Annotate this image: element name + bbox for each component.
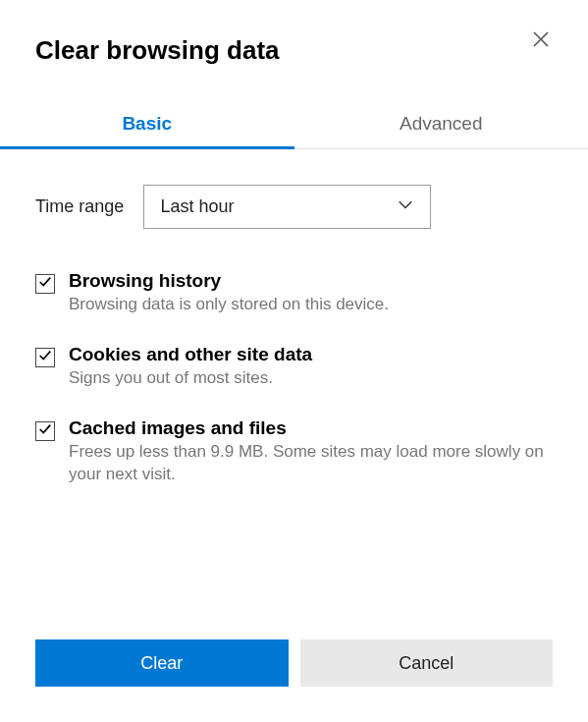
option-text: Browsing history Browsing data is only s… bbox=[69, 270, 553, 316]
checkbox-cached[interactable] bbox=[35, 421, 55, 441]
time-range-select[interactable]: Last hour bbox=[143, 185, 431, 229]
checkbox-browsing-history[interactable] bbox=[35, 274, 55, 294]
checkmark-icon bbox=[38, 422, 52, 440]
time-range-row: Time range Last hour bbox=[35, 185, 553, 229]
option-description: Frees up less than 9.9 MB. Some sites ma… bbox=[69, 441, 553, 486]
dialog-footer: Clear Cancel bbox=[0, 639, 588, 722]
checkbox-cookies[interactable] bbox=[35, 348, 55, 367]
clear-button-label: Clear bbox=[140, 653, 183, 673]
clear-browsing-data-dialog: Clear browsing data Basic Advanced Time … bbox=[0, 0, 588, 722]
option-browsing-history: Browsing history Browsing data is only s… bbox=[35, 270, 553, 316]
option-text: Cached images and files Frees up less th… bbox=[69, 417, 553, 486]
tab-advanced[interactable]: Advanced bbox=[294, 101, 589, 148]
time-range-label: Time range bbox=[35, 196, 124, 217]
cancel-button[interactable]: Cancel bbox=[300, 639, 554, 687]
dialog-title: Clear browsing data bbox=[35, 35, 280, 66]
option-title: Cookies and other site data bbox=[69, 344, 553, 365]
time-range-value: Last hour bbox=[160, 196, 234, 217]
option-text: Cookies and other site data Signs you ou… bbox=[69, 344, 553, 390]
chevron-down-icon bbox=[397, 195, 414, 218]
checkmark-icon bbox=[38, 349, 52, 366]
tab-basic[interactable]: Basic bbox=[0, 101, 294, 148]
option-cached: Cached images and files Frees up less th… bbox=[35, 417, 553, 486]
cancel-button-label: Cancel bbox=[399, 653, 454, 673]
option-title: Cached images and files bbox=[69, 417, 553, 439]
option-cookies: Cookies and other site data Signs you ou… bbox=[35, 344, 553, 390]
option-description: Browsing data is only stored on this dev… bbox=[69, 294, 553, 316]
option-title: Browsing history bbox=[69, 270, 553, 292]
dialog-content: Time range Last hour Browsing history Br… bbox=[0, 149, 588, 639]
close-icon bbox=[533, 31, 549, 51]
tabs-container: Basic Advanced bbox=[0, 101, 588, 149]
checkmark-icon bbox=[38, 275, 52, 293]
tab-advanced-label: Advanced bbox=[400, 113, 483, 134]
tab-basic-label: Basic bbox=[122, 113, 172, 134]
clear-button[interactable]: Clear bbox=[35, 639, 289, 687]
dialog-header: Clear browsing data bbox=[0, 0, 588, 66]
close-button[interactable] bbox=[529, 29, 553, 53]
option-description: Signs you out of most sites. bbox=[69, 367, 553, 390]
